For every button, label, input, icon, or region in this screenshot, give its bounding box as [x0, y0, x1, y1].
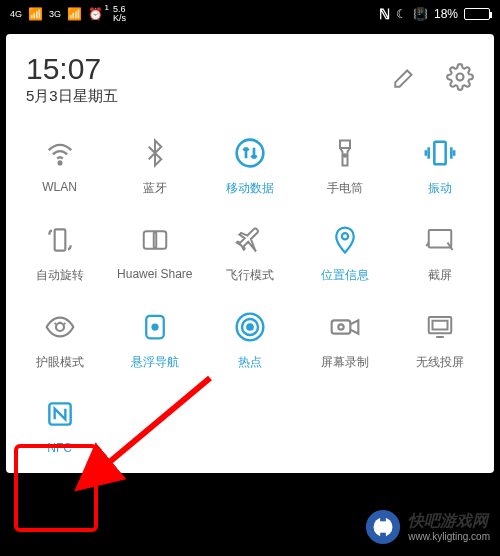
eye-icon — [41, 308, 79, 346]
battery-icon — [464, 8, 490, 20]
svg-point-11 — [56, 323, 64, 331]
status-bar: 4G 📶 3G 📶 ⏰1 5.6 K/s ℕ ☾ 📳 18% — [0, 0, 500, 28]
time-label: 15:07 — [26, 52, 118, 85]
tile-float-nav[interactable]: 悬浮导航 — [107, 300, 202, 379]
tiles-grid: WLAN 蓝牙 移动数据 手电筒 振动 自动旋转 Huawei Share — [12, 126, 488, 463]
tile-label: 截屏 — [428, 267, 452, 284]
tile-huawei-share[interactable]: Huawei Share — [107, 213, 202, 292]
tile-label: 屏幕录制 — [321, 354, 369, 371]
svg-rect-26 — [380, 512, 386, 522]
svg-point-2 — [237, 140, 264, 167]
tile-wlan[interactable]: WLAN — [12, 126, 107, 205]
tile-wireless-proj[interactable]: 无线投屏 — [393, 300, 488, 379]
tile-vibrate[interactable]: 振动 — [393, 126, 488, 205]
tile-hotspot[interactable]: 热点 — [202, 300, 297, 379]
signal-bars-icon-1: 📶 — [28, 7, 43, 21]
vibrate-status-icon: 📳 — [413, 7, 428, 21]
tile-location[interactable]: 位置信息 — [298, 213, 393, 292]
svg-rect-5 — [435, 142, 446, 165]
tile-screen-record[interactable]: 屏幕录制 — [298, 300, 393, 379]
tile-airplane[interactable]: 飞行模式 — [202, 213, 297, 292]
screenshot-icon — [421, 221, 459, 259]
svg-rect-3 — [340, 141, 350, 149]
nfc-status-icon: ℕ — [379, 6, 390, 22]
airplane-icon — [231, 221, 269, 259]
tile-screenshot[interactable]: 截屏 — [393, 213, 488, 292]
watermark-title: 快吧游戏网 — [408, 511, 490, 530]
tile-mobile-data[interactable]: 移动数据 — [202, 126, 297, 205]
tile-flashlight[interactable]: 手电筒 — [298, 126, 393, 205]
tile-auto-rotate[interactable]: 自动旋转 — [12, 213, 107, 292]
tile-eye-comfort[interactable]: 护眼模式 — [12, 300, 107, 379]
svg-rect-10 — [429, 230, 452, 248]
tile-label: 护眼模式 — [36, 354, 84, 371]
tile-label: 振动 — [428, 180, 452, 197]
svg-point-13 — [152, 325, 157, 330]
wifi-icon — [41, 134, 79, 172]
gear-icon — [446, 63, 474, 91]
signal-4g: 4G — [10, 9, 22, 19]
svg-point-1 — [58, 162, 61, 165]
tile-bluetooth[interactable]: 蓝牙 — [107, 126, 202, 205]
tile-label: 移动数据 — [226, 180, 274, 197]
screen-record-icon — [326, 308, 364, 346]
float-nav-icon — [136, 308, 174, 346]
watermark-logo-icon — [364, 508, 402, 546]
svg-point-4 — [344, 154, 347, 157]
svg-point-18 — [339, 324, 344, 329]
hotspot-icon — [231, 308, 269, 346]
tile-label: 无线投屏 — [416, 354, 464, 371]
date-label: 5月3日星期五 — [26, 87, 118, 106]
svg-point-14 — [247, 324, 252, 329]
tile-label: 手电筒 — [327, 180, 363, 197]
svg-rect-6 — [54, 229, 65, 250]
alarm-icon: ⏰1 — [88, 7, 103, 21]
svg-point-9 — [342, 233, 348, 239]
watermark: 快吧游戏网 www.kyligting.com — [364, 508, 490, 546]
tile-nfc[interactable]: NFC — [12, 387, 107, 463]
flashlight-icon — [326, 134, 364, 172]
status-left: 4G 📶 3G 📶 ⏰1 5.6 K/s — [10, 5, 126, 23]
tile-label: 自动旋转 — [36, 267, 84, 284]
tile-label: WLAN — [42, 180, 77, 194]
tile-label: 热点 — [238, 354, 262, 371]
svg-rect-20 — [433, 321, 448, 330]
tile-label: 蓝牙 — [143, 180, 167, 197]
panel-header: 15:07 5月3日星期五 — [12, 52, 488, 116]
location-icon — [326, 221, 364, 259]
edit-button[interactable] — [392, 64, 418, 94]
status-right: ℕ ☾ 📳 18% — [379, 6, 490, 22]
tile-label: 位置信息 — [321, 267, 369, 284]
pencil-icon — [392, 64, 418, 90]
tile-label: 悬浮导航 — [131, 354, 179, 371]
dnd-moon-icon: ☾ — [396, 7, 407, 21]
network-speed: 5.6 K/s — [113, 5, 126, 23]
mobile-data-icon — [231, 134, 269, 172]
quick-settings-panel: 15:07 5月3日星期五 WLAN 蓝牙 移动数据 手电筒 — [6, 34, 494, 473]
settings-button[interactable] — [446, 63, 474, 95]
cast-icon — [421, 308, 459, 346]
tile-label: NFC — [47, 441, 72, 455]
signal-3g: 3G — [49, 9, 61, 19]
tile-label: Huawei Share — [117, 267, 192, 281]
svg-rect-17 — [332, 320, 351, 333]
bluetooth-icon — [136, 134, 174, 172]
vibrate-icon — [421, 134, 459, 172]
svg-rect-27 — [380, 533, 386, 543]
tile-label: 飞行模式 — [226, 267, 274, 284]
battery-pct: 18% — [434, 7, 458, 21]
auto-rotate-icon — [41, 221, 79, 259]
svg-point-0 — [457, 74, 464, 81]
watermark-url: www.kyligting.com — [408, 531, 490, 543]
signal-bars-icon-2: 📶 — [67, 7, 82, 21]
nfc-icon — [41, 395, 79, 433]
huawei-share-icon — [136, 221, 174, 259]
datetime-block[interactable]: 15:07 5月3日星期五 — [26, 52, 118, 106]
